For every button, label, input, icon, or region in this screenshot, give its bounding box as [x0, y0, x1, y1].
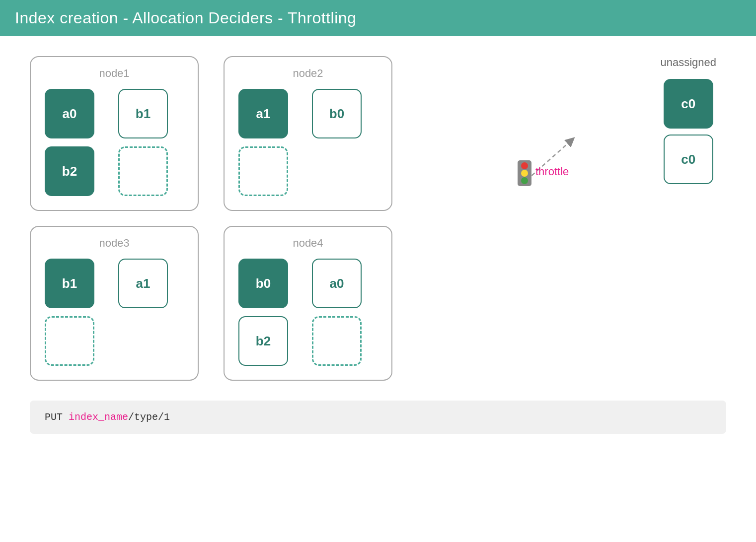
node-box-node3: node3 b1 a1 [30, 226, 199, 381]
shard-empty-node4 [312, 316, 362, 366]
shard-b1-primary-n3: b1 [45, 259, 94, 308]
page-title: Index creation - Allocation Deciders - T… [15, 9, 356, 27]
shard-b2-replica-n4: b2 [238, 316, 288, 366]
node3-shards: b1 a1 [45, 259, 184, 366]
main-content: throttle unassigned c0 c0 node1 a0 b1 b2 [0, 36, 756, 449]
page-header: Index creation - Allocation Deciders - T… [0, 0, 756, 36]
node2-label: node2 [238, 67, 378, 80]
node1-shards: a0 b1 b2 [45, 89, 184, 196]
node-box-node4: node4 b0 a0 b2 [224, 226, 392, 381]
tl-green [521, 177, 528, 184]
traffic-light-icon [518, 160, 531, 186]
bottom-row: node3 b1 a1 node4 b0 a0 b2 [30, 226, 726, 381]
shard-a0-primary: a0 [45, 89, 94, 138]
node-box-node2: node2 a1 b0 [224, 56, 392, 211]
shard-b1-replica: b1 [118, 89, 168, 138]
shard-a1-primary: a1 [238, 89, 288, 138]
node1-label: node1 [45, 67, 184, 80]
tl-red [521, 162, 528, 169]
tl-yellow [521, 170, 528, 177]
node-box-node1: node1 a0 b1 b2 [30, 56, 199, 211]
diagram-wrapper: throttle unassigned c0 c0 node1 a0 b1 b2 [30, 56, 726, 381]
top-row: node1 a0 b1 b2 node2 a1 b0 [30, 56, 726, 211]
code-suffix: /type/1 [128, 411, 170, 423]
shard-b0-replica: b0 [312, 89, 362, 138]
code-put: PUT [45, 411, 69, 423]
shard-empty-node3 [45, 316, 94, 366]
throttle-label: throttle [535, 165, 569, 178]
shard-a0-replica-n4: a0 [312, 259, 362, 308]
shard-a1-replica-n3: a1 [118, 259, 168, 308]
node2-shards: a1 b0 [238, 89, 378, 196]
shard-empty-node2-1 [238, 146, 288, 196]
code-block: PUT index_name/type/1 [30, 401, 726, 434]
diagram-area: node1 a0 b1 b2 node2 a1 b0 [30, 56, 726, 381]
shard-b0-primary-n4: b0 [238, 259, 288, 308]
node4-label: node4 [238, 237, 378, 250]
shard-b2-primary: b2 [45, 146, 94, 196]
code-index-name: index_name [69, 411, 128, 423]
node3-label: node3 [45, 237, 184, 250]
shard-empty-node1 [118, 146, 168, 196]
node4-shards: b0 a0 b2 [238, 259, 378, 366]
